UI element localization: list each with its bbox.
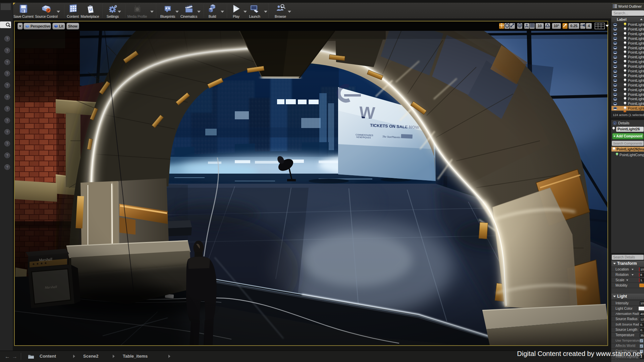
svg-text:U: U [89,7,92,12]
